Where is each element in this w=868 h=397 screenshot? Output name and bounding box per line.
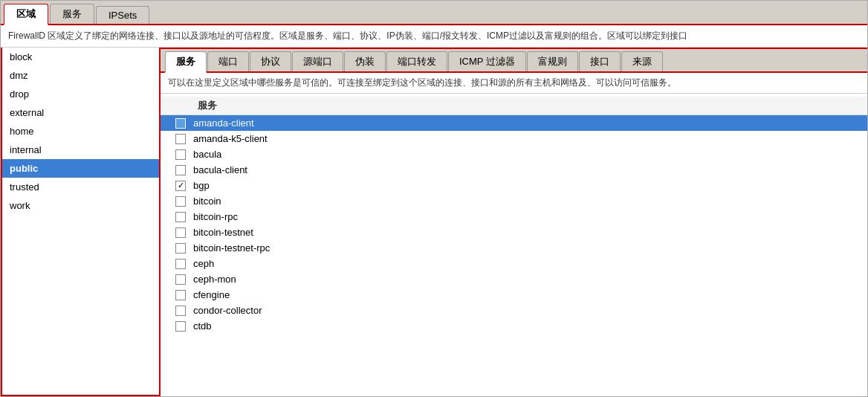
service-label-amanda-client: amanda-client [193,117,254,129]
sub-description: 可以在这里定义区域中哪些服务是可信的。可连接至绑定到这个区域的连接、接口和源的所… [161,73,867,94]
sidebar-item-external[interactable]: external [2,103,159,122]
service-item-bitcoin-rpc[interactable]: bitcoin-rpc [161,209,867,225]
checkbox-bitcoin-testnet-rpc[interactable] [175,243,186,254]
sub-tab-port-forward[interactable]: 端口转发 [386,51,447,71]
service-label-bitcoin-rpc: bitcoin-rpc [193,211,238,222]
checkbox-amanda-k5-client[interactable] [175,134,186,144]
service-item-bitcoin[interactable]: bitcoin [161,193,867,209]
top-tab-bar: 区域 服务 IPSets [1,1,867,25]
checkbox-ceph[interactable] [175,259,186,269]
description-bar: FirewallD 区域定义了绑定的网络连接、接口以及源地址的可信程度。区域是服… [1,25,867,48]
main-content: blockdmzdropexternalhomeinternalpublictr… [1,48,867,396]
sub-tab-services[interactable]: 服务 [165,51,207,73]
service-label-condor-collector: condor-collector [193,305,262,316]
checkbox-amanda-client[interactable] [175,118,186,129]
service-item-ceph-mon[interactable]: ceph-mon [161,271,867,287]
service-label-ceph-mon: ceph-mon [193,274,236,285]
sidebar-item-trusted[interactable]: trusted [2,178,159,196]
service-item-bacula[interactable]: bacula [161,146,867,162]
sidebar-item-work[interactable]: work [2,196,159,215]
service-item-bitcoin-testnet-rpc[interactable]: bitcoin-testnet-rpc [161,240,867,256]
service-label-bgp: bgp [193,180,210,191]
checkbox-ceph-mon[interactable] [175,274,186,285]
sub-tab-port[interactable]: 端口 [207,51,249,71]
zone-sidebar: blockdmzdropexternalhomeinternalpublictr… [1,48,161,396]
checkbox-bgp[interactable] [175,181,186,191]
app-window: 区域 服务 IPSets FirewallD 区域定义了绑定的网络连接、接口以及… [0,0,868,397]
service-label-ctdb: ctdb [193,320,212,332]
services-column-header: 服务 [161,97,867,115]
service-item-amanda-client[interactable]: amanda-client [161,115,867,131]
checkbox-cfengine[interactable] [175,290,186,300]
service-item-cfengine[interactable]: cfengine [161,287,867,303]
sub-tab-interface[interactable]: 接口 [579,51,621,71]
sub-tab-rich-rules[interactable]: 富规则 [527,51,578,71]
sidebar-item-drop[interactable]: drop [2,85,159,103]
service-label-cfengine: cfengine [193,289,230,300]
service-item-ctdb[interactable]: ctdb [161,318,867,334]
sidebar-item-dmz[interactable]: dmz [2,66,159,85]
sub-tab-source[interactable]: 来源 [621,51,663,71]
service-label-ceph: ceph [193,258,214,269]
services-area: 服务 amanda-clientamanda-k5-clientbaculaba… [161,94,867,396]
sub-tab-source-port[interactable]: 源端口 [292,51,343,71]
checkbox-bacula[interactable] [175,149,186,160]
service-item-bitcoin-testnet[interactable]: bitcoin-testnet [161,225,867,240]
sidebar-item-block[interactable]: block [2,48,159,66]
service-item-amanda-k5-client[interactable]: amanda-k5-client [161,131,867,146]
sidebar-item-public[interactable]: public [2,159,159,178]
service-label-bitcoin: bitcoin [193,196,221,207]
checkbox-bitcoin[interactable] [175,196,186,207]
tab-ipsets[interactable]: IPSets [96,6,149,24]
service-label-bitcoin-testnet: bitcoin-testnet [193,227,253,238]
sidebar-item-internal[interactable]: internal [2,141,159,159]
checkbox-condor-collector[interactable] [175,306,186,316]
service-label-amanda-k5-client: amanda-k5-client [193,133,268,144]
checkbox-ctdb[interactable] [175,321,186,332]
checkbox-bitcoin-rpc[interactable] [175,212,186,222]
tab-zone[interactable]: 区域 [4,4,48,25]
right-panel: 服务端口协议源端口伪装端口转发ICMP 过滤器富规则接口来源 可以在这里定义区域… [161,48,867,396]
service-label-bacula: bacula [193,149,221,160]
sub-tab-protocol[interactable]: 协议 [250,51,291,71]
service-label-bitcoin-testnet-rpc: bitcoin-testnet-rpc [193,242,270,254]
service-item-bgp[interactable]: bgp [161,178,867,193]
sub-tab-masquerade[interactable]: 伪装 [344,51,386,71]
tab-services-main[interactable]: 服务 [50,4,94,24]
checkbox-bacula-client[interactable] [175,165,186,175]
service-item-condor-collector[interactable]: condor-collector [161,303,867,318]
sub-tab-icmp-filter[interactable]: ICMP 过滤器 [448,51,526,71]
service-label-bacula-client: bacula-client [193,164,247,175]
service-item-bacula-client[interactable]: bacula-client [161,162,867,178]
sub-tab-bar: 服务端口协议源端口伪装端口转发ICMP 过滤器富规则接口来源 [161,48,867,73]
service-item-ceph[interactable]: ceph [161,256,867,271]
sidebar-item-home[interactable]: home [2,122,159,141]
checkbox-bitcoin-testnet[interactable] [175,227,186,238]
